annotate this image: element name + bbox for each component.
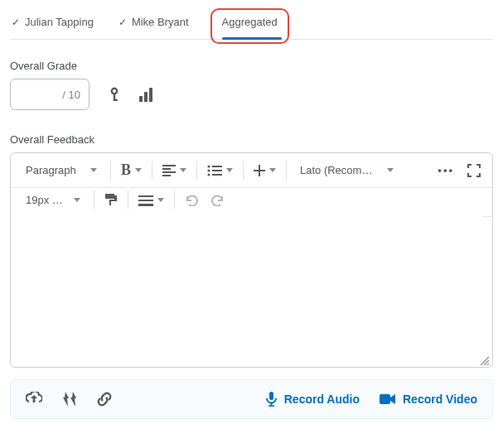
- chevron-down-icon: [226, 168, 233, 172]
- svg-rect-5: [149, 88, 152, 102]
- dropdown-label: Paragraph: [26, 164, 76, 176]
- svg-rect-3: [139, 96, 143, 102]
- feedback-textarea[interactable]: [11, 222, 492, 367]
- chevron-down-icon: [269, 168, 276, 172]
- fullscreen-button[interactable]: [462, 161, 486, 181]
- svg-rect-6: [162, 165, 176, 166]
- grade-row: / 10: [10, 79, 493, 110]
- tab-julian-tapping[interactable]: ✓ Julian Tapping: [12, 16, 94, 28]
- record-video-label: Record Video: [403, 393, 477, 406]
- svg-rect-9: [162, 175, 171, 176]
- rich-text-editor: Paragraph B Lato (Recom… •••: [10, 152, 493, 368]
- dropdown-label: Lato (Recom…: [300, 164, 372, 176]
- svg-rect-22: [269, 392, 273, 400]
- editor-toolbar-row-1: Paragraph B Lato (Recom… •••: [11, 153, 492, 188]
- dropdown-label: 19px …: [26, 194, 63, 206]
- chevron-down-icon: [74, 198, 80, 202]
- quicklink-icon[interactable]: [62, 392, 77, 407]
- key-icon[interactable]: [108, 87, 121, 103]
- chevron-down-icon: [90, 168, 97, 172]
- svg-rect-23: [270, 402, 272, 406]
- separator: [196, 161, 197, 180]
- tab-label: Mike Bryant: [132, 16, 189, 28]
- chevron-down-icon: [135, 168, 142, 172]
- svg-rect-17: [254, 170, 265, 171]
- separator: [128, 190, 128, 209]
- undo-button[interactable]: [180, 190, 203, 210]
- font-family-dropdown[interactable]: Lato (Recom…: [292, 161, 402, 180]
- paragraph-style-dropdown[interactable]: Paragraph: [17, 161, 105, 180]
- evaluator-tabs: ✓ Julian Tapping ✓ Mike Bryant Aggregate…: [10, 10, 493, 40]
- check-icon: ✓: [12, 17, 20, 28]
- svg-rect-19: [138, 195, 153, 197]
- text-color-button[interactable]: [133, 190, 169, 210]
- separator: [174, 190, 175, 209]
- separator: [243, 161, 244, 180]
- svg-rect-7: [162, 168, 171, 170]
- record-video-button[interactable]: Record Video: [380, 393, 477, 406]
- redo-button[interactable]: [206, 190, 230, 210]
- svg-rect-11: [212, 166, 222, 167]
- svg-rect-13: [212, 170, 222, 171]
- svg-point-14: [207, 173, 210, 176]
- chevron-down-icon: [180, 168, 186, 172]
- svg-point-10: [207, 165, 210, 167]
- font-size-dropdown[interactable]: 19px …: [17, 190, 89, 210]
- svg-rect-21: [138, 204, 153, 206]
- tab-aggregated-highlight: Aggregated: [214, 13, 286, 31]
- separator: [110, 161, 111, 180]
- chevron-down-icon: [157, 198, 164, 202]
- tab-underline: [222, 37, 282, 40]
- grade-max: / 10: [62, 89, 80, 101]
- separator: [286, 161, 287, 180]
- overall-grade-label: Overall Grade: [10, 60, 493, 72]
- tab-label: Julian Tapping: [25, 16, 94, 28]
- record-audio-button[interactable]: Record Audio: [265, 392, 360, 407]
- list-button[interactable]: [202, 161, 238, 180]
- svg-rect-4: [144, 92, 148, 102]
- grade-input[interactable]: [37, 88, 62, 102]
- svg-point-0: [112, 88, 117, 93]
- align-button[interactable]: [157, 161, 191, 180]
- tab-label: Aggregated: [222, 16, 278, 28]
- chevron-down-icon: [387, 168, 394, 172]
- tab-aggregated[interactable]: Aggregated: [222, 16, 278, 28]
- format-painter-button[interactable]: [99, 190, 123, 210]
- bold-button[interactable]: B: [116, 158, 147, 182]
- svg-rect-15: [212, 174, 222, 176]
- record-audio-label: Record Audio: [284, 393, 360, 406]
- separator: [152, 161, 152, 180]
- attachment-bar: Record Audio Record Video: [10, 379, 493, 419]
- overall-feedback-label: Overall Feedback: [10, 133, 493, 146]
- tab-mike-bryant[interactable]: ✓ Mike Bryant: [118, 16, 189, 28]
- resize-handle-icon[interactable]: [479, 355, 491, 367]
- bar-chart-icon[interactable]: [139, 87, 156, 102]
- grade-input-box[interactable]: / 10: [10, 79, 89, 110]
- svg-rect-18: [105, 194, 114, 199]
- svg-rect-2: [114, 99, 118, 100]
- upload-icon[interactable]: [26, 392, 42, 407]
- editor-toolbar-row-2: 19px …: [11, 188, 492, 222]
- svg-rect-8: [162, 171, 176, 173]
- svg-rect-20: [138, 200, 153, 201]
- svg-rect-25: [380, 394, 390, 404]
- insert-button[interactable]: [249, 161, 281, 180]
- separator: [94, 190, 94, 209]
- check-icon: ✓: [118, 17, 127, 28]
- more-options-button[interactable]: •••: [433, 161, 459, 180]
- svg-rect-24: [268, 406, 274, 407]
- svg-point-12: [207, 169, 210, 171]
- link-icon[interactable]: [97, 392, 112, 407]
